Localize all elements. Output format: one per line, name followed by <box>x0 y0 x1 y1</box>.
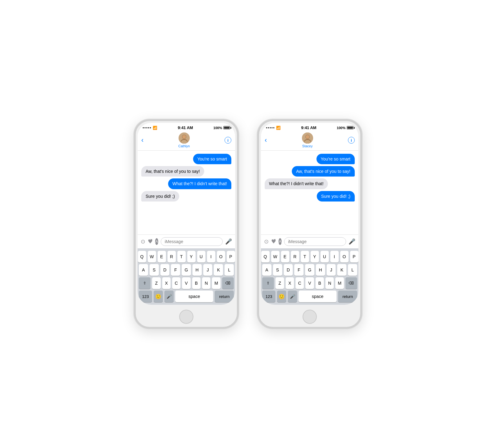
nav-center-2[interactable]: Stacey <box>302 132 313 148</box>
contact-avatar-1 <box>179 132 190 144</box>
message-input-2[interactable] <box>284 237 346 246</box>
phone-1-screen: ●●●●● 📶 9:41 AM 100% ‹ <box>138 123 235 305</box>
delete-key-2[interactable]: ⌫ <box>345 277 357 289</box>
key-I-1[interactable]: I <box>207 251 215 263</box>
nav-center-1[interactable]: Cathlyn <box>178 132 190 148</box>
key-S-2[interactable]: S <box>273 264 282 276</box>
key-W-1[interactable]: W <box>148 251 156 263</box>
key-X-2[interactable]: X <box>286 277 294 289</box>
key-C-2[interactable]: C <box>296 277 304 289</box>
key-T-1[interactable]: T <box>177 251 186 263</box>
num-key-1[interactable]: 123 <box>139 291 152 302</box>
key-U-1[interactable]: U <box>197 251 205 263</box>
key-B-2[interactable]: B <box>316 277 324 289</box>
key-H-2[interactable]: H <box>316 264 325 276</box>
bubble-1-2: Aw, that's nice of you to say! <box>141 166 204 177</box>
keyboard-row3-2: ⇧ Z X C V B N M ⌫ <box>262 277 357 289</box>
contact-name-1: Cathlyn <box>178 144 190 148</box>
key-V-2[interactable]: V <box>305 277 314 289</box>
home-button-1[interactable] <box>179 310 193 324</box>
key-E-2[interactable]: E <box>281 251 289 263</box>
key-N-2[interactable]: N <box>325 277 334 289</box>
key-K-2[interactable]: K <box>337 264 346 276</box>
info-button-1[interactable]: i <box>225 137 231 144</box>
key-O-2[interactable]: O <box>340 251 349 263</box>
key-Q-1[interactable]: Q <box>138 251 146 263</box>
key-L-1[interactable]: L <box>225 264 234 276</box>
back-button-2[interactable]: ‹ <box>265 136 267 144</box>
key-I-2[interactable]: I <box>330 251 339 263</box>
shift-key-1[interactable]: ⇧ <box>139 277 151 289</box>
key-V-1[interactable]: V <box>182 277 190 289</box>
key-G-1[interactable]: G <box>182 264 191 276</box>
key-G-2[interactable]: G <box>305 264 314 276</box>
key-X-1[interactable]: X <box>162 277 171 289</box>
apps-icon-2[interactable]: A <box>279 238 282 245</box>
apps-icon-1[interactable]: A <box>155 238 158 245</box>
key-Y-1[interactable]: Y <box>187 251 196 263</box>
back-button-1[interactable]: ‹ <box>141 136 143 144</box>
camera-icon-2[interactable]: ⊙ <box>264 238 269 245</box>
wifi-icon-1: 📶 <box>153 126 157 130</box>
key-B-1[interactable]: B <box>192 277 200 289</box>
message-row-1-2: Aw, that's nice of you to say! <box>141 166 231 177</box>
bubble-1-3: What the?! I didn't write that! <box>168 178 231 189</box>
key-Y-2[interactable]: Y <box>311 251 319 263</box>
key-M-2[interactable]: M <box>335 277 344 289</box>
key-C-1[interactable]: C <box>172 277 180 289</box>
key-E-1[interactable]: E <box>158 251 166 263</box>
key-F-2[interactable]: F <box>294 264 304 276</box>
bubble-1-1: You're so smart <box>193 154 231 164</box>
mic-icon-1[interactable]: 🎤 <box>225 238 232 245</box>
key-A-1[interactable]: A <box>139 264 148 276</box>
space-key-1[interactable]: space <box>175 291 213 302</box>
key-P-2[interactable]: P <box>350 251 358 263</box>
space-key-2[interactable]: space <box>299 291 337 302</box>
contact-name-2: Stacey <box>302 144 313 148</box>
num-key-2[interactable]: 123 <box>262 291 275 302</box>
key-L-2[interactable]: L <box>348 264 357 276</box>
key-K-1[interactable]: K <box>214 264 223 276</box>
home-button-2[interactable] <box>303 310 317 324</box>
mic-small-key-1[interactable]: 🎤 <box>164 291 174 302</box>
key-U-2[interactable]: U <box>320 251 329 263</box>
mic-small-key-2[interactable]: 🎤 <box>288 291 297 302</box>
nav-bar-1: ‹ C <box>138 131 235 151</box>
delete-key-1[interactable]: ⌫ <box>222 277 234 289</box>
heartbeat-icon-2[interactable]: ♥̈ <box>271 238 276 245</box>
message-input-1[interactable] <box>161 237 223 246</box>
mic-icon-2[interactable]: 🎤 <box>349 238 355 245</box>
key-A-2[interactable]: A <box>262 264 271 276</box>
heartbeat-icon-1[interactable]: ♥̈ <box>148 238 153 245</box>
input-area-1: ⊙ ♥̈ A 🎤 <box>138 234 235 248</box>
shift-key-2[interactable]: ⇧ <box>262 277 274 289</box>
key-R-1[interactable]: R <box>167 251 176 263</box>
key-O-1[interactable]: O <box>217 251 225 263</box>
key-T-2[interactable]: T <box>301 251 309 263</box>
key-Q-2[interactable]: Q <box>261 251 270 263</box>
bubble-2-4: Sure you did! ;) <box>317 191 355 202</box>
key-N-1[interactable]: N <box>202 277 210 289</box>
key-Z-2[interactable]: Z <box>275 277 284 289</box>
key-J-2[interactable]: J <box>327 264 336 276</box>
key-P-1[interactable]: P <box>227 251 235 263</box>
key-D-2[interactable]: D <box>284 264 293 276</box>
key-H-1[interactable]: H <box>192 264 202 276</box>
key-M-1[interactable]: M <box>212 277 220 289</box>
keyboard-row1-1: Q W E R T Y U I O P <box>139 251 234 263</box>
key-Z-1[interactable]: Z <box>152 277 160 289</box>
keyboard-row1-2: Q W E R T Y U I O P <box>262 251 357 263</box>
emoji-key-2[interactable]: 🙂 <box>277 291 286 302</box>
return-key-1[interactable]: return <box>215 291 234 302</box>
key-S-1[interactable]: S <box>150 264 159 276</box>
key-F-1[interactable]: F <box>171 264 180 276</box>
return-key-2[interactable]: return <box>338 291 357 302</box>
camera-icon-1[interactable]: ⊙ <box>141 238 145 245</box>
key-J-1[interactable]: J <box>203 264 213 276</box>
key-W-2[interactable]: W <box>271 251 279 263</box>
info-button-2[interactable]: i <box>348 137 355 144</box>
key-R-2[interactable]: R <box>291 251 299 263</box>
keyboard-1: Q W E R T Y U I O P A S D F G H <box>138 248 235 305</box>
key-D-1[interactable]: D <box>160 264 170 276</box>
emoji-key-1[interactable]: 🙂 <box>154 291 163 302</box>
